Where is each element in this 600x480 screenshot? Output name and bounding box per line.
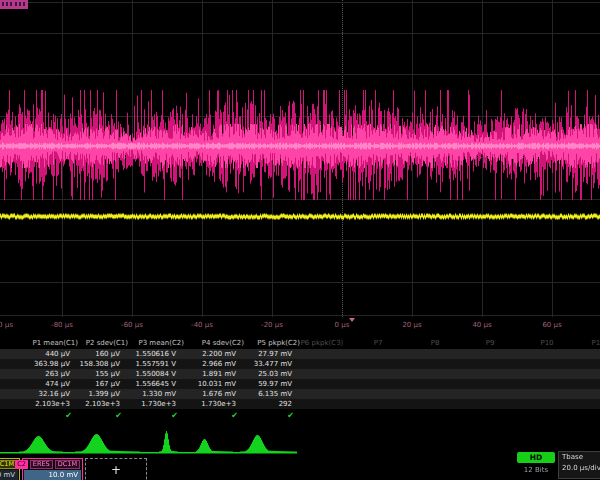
measure-value: 263 µV (45, 370, 70, 378)
axis-tick-label: 60 µs (542, 321, 561, 329)
measure-value: 1.550616 V (136, 350, 176, 358)
measure-value: 1.556645 V (136, 380, 176, 388)
measure-table: P1 mean(C1)P2 sdev(C1)P3 mean(C2)P4 sdev… (0, 336, 600, 428)
measure-value: 160 µV (95, 350, 120, 358)
measure-row: 474 µV167 µV1.556645 V10.031 mV59.97 mV (0, 379, 600, 389)
measure-row: 32.16 µV1.399 µV1.330 mV1.676 mV6.135 mV (0, 389, 600, 399)
trigger-position-icon[interactable] (349, 318, 355, 322)
axis-tick-label: 20 µs (402, 321, 421, 329)
axis-tick-label: -60 µs (121, 321, 143, 329)
param-header[interactable]: P2 sdev(C1) (86, 339, 128, 347)
axis-tick-label: -80 µs (51, 321, 73, 329)
param-header-unused[interactable]: P10 (540, 339, 553, 347)
measure-value: 1.557591 V (136, 360, 176, 368)
time-axis: -100 µs-80 µs-60 µs-40 µs-20 µs0 µs20 µs… (0, 317, 600, 334)
status-check-icon: ✔ (287, 411, 294, 420)
measure-value: 292 (279, 400, 292, 408)
waveform-display[interactable] (0, 0, 600, 317)
axis-tick-label: 0 µs (335, 321, 350, 329)
measure-value: 27.97 mV (258, 350, 292, 358)
measure-value: 363.98 µV (34, 360, 70, 368)
measure-value: 2.103e+3 (35, 400, 70, 408)
c2-volts-per-div: 10.0 mV (24, 470, 81, 480)
descriptor-bar: C1 DC1M 10.0 mV C2 ERES DC1M 10.0 mV + H… (0, 458, 600, 480)
param-header[interactable]: P4 sdev(C2) (202, 339, 244, 347)
measure-value: 1.730e+3 (201, 400, 236, 408)
measure-value: 474 µV (45, 380, 70, 388)
hd-bits-label: 12 Bits (517, 466, 555, 474)
measure-value: 1.399 µV (88, 390, 120, 398)
measure-value: 6.135 mV (258, 390, 292, 398)
measure-value: 25.03 mV (258, 370, 292, 378)
param-header-unused[interactable]: P9 (486, 339, 495, 347)
axis-tick-label: 40 µs (472, 321, 491, 329)
measure-value: 167 µV (95, 380, 120, 388)
measure-value: 33.477 mV (254, 360, 292, 368)
measure-row: 2.103e+32.103e+31.730e+31.730e+3292 (0, 399, 600, 409)
measure-row: 363.98 µV158.308 µV1.557591 V2.966 mV33.… (0, 359, 600, 369)
param-header[interactable]: P5 pkpk(C2) (257, 339, 300, 347)
axis-tick-label: -40 µs (191, 321, 213, 329)
param-header-unused[interactable]: P6 pkpk(C3) (301, 339, 344, 347)
measure-status-row: ✔✔✔✔✔ (0, 409, 600, 425)
measure-row: 440 µV160 µV1.550616 V2.200 mV27.97 mV (0, 349, 600, 359)
timebase-label: Tbase (559, 452, 600, 461)
param-header-unused[interactable]: P8 (431, 339, 440, 347)
c1-volts-per-div: 10.0 mV (0, 470, 18, 480)
oscilloscope-screen: -100 µs-80 µs-60 µs-40 µs-20 µs0 µs20 µs… (0, 0, 600, 480)
measure-header-row: P1 mean(C1)P2 sdev(C1)P3 mean(C2)P4 sdev… (0, 336, 600, 349)
hd-mode-badge[interactable]: HD (517, 452, 555, 463)
status-check-icon: ✔ (171, 411, 178, 420)
badge-glyphs (2, 2, 4, 6)
histicons (0, 428, 600, 458)
param-header-unused[interactable]: P7 (374, 339, 383, 347)
measure-value: 2.103e+3 (85, 400, 120, 408)
measure-value: 440 µV (45, 350, 70, 358)
measure-value: 158.308 µV (80, 360, 120, 368)
c2-coupling-badge: DC1M (55, 460, 80, 469)
measure-value: 2.200 mV (202, 350, 236, 358)
param-header[interactable]: P1 mean(C1) (32, 339, 78, 347)
timebase-per-div: 20.0 µs/div (559, 461, 600, 472)
measure-value: 1.676 mV (202, 390, 236, 398)
measure-value: 59.97 mV (258, 380, 292, 388)
measure-value: 10.031 mV (198, 380, 236, 388)
axis-tick-label: -100 µs (0, 321, 13, 329)
top-left-badge[interactable] (0, 0, 28, 9)
status-check-icon: ✔ (115, 411, 122, 420)
add-trace-button[interactable]: + (85, 458, 147, 480)
param-header-unused[interactable]: P11 (591, 339, 600, 347)
graticule[interactable] (0, 0, 600, 317)
timebase-descriptor[interactable]: Tbase 20.0 µs/div (558, 451, 600, 479)
measure-value: 1.330 mV (142, 390, 176, 398)
measure-value: 1.730e+3 (141, 400, 176, 408)
status-check-icon: ✔ (231, 411, 238, 420)
measure-value: 155 µV (95, 370, 120, 378)
param-header[interactable]: P3 mean(C2) (138, 339, 184, 347)
axis-tick-label: -20 µs (261, 321, 283, 329)
measure-value: 2.966 mV (202, 360, 236, 368)
c2-eres-badge: ERES (30, 460, 53, 469)
measure-value: 32.16 µV (38, 390, 70, 398)
status-check-icon: ✔ (65, 411, 72, 420)
measure-row: 263 µV155 µV1.550084 V1.891 mV25.03 mV (0, 369, 600, 379)
channel-c2-descriptor[interactable]: C2 ERES DC1M 10.0 mV (22, 458, 83, 480)
c2-label-badge: C2 (15, 460, 28, 469)
measure-value: 1.550084 V (136, 370, 176, 378)
measure-value: 1.891 mV (202, 370, 236, 378)
